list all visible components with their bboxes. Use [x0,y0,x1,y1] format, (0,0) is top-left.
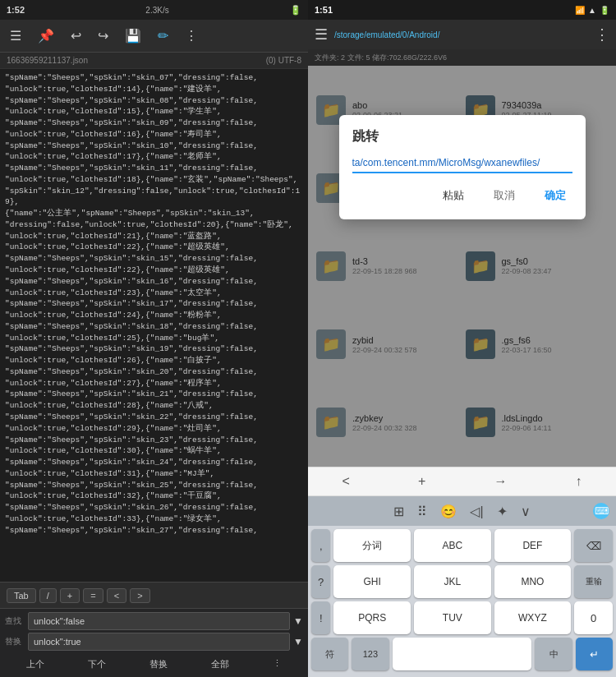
ghi-key[interactable]: GHI [333,565,411,598]
fenchi-key[interactable]: 分词 [333,529,411,562]
replace-row: 替换 ▼ [5,633,303,651]
confirm-button[interactable]: 确定 [538,185,572,206]
jkl-key[interactable]: JKL [414,565,491,598]
kb-rows: , 分词 ABC DEF ⌫ ? GHI JKL MNO 重输 ! PQRS T… [308,526,616,677]
bottom-toolbar: Tab / + = < > [0,582,308,608]
back-nav-button[interactable]: < [333,471,360,492]
kb-row-3: ! PQRS TUV WXYZ 0 [311,601,613,634]
replace-button[interactable]: 替换 [143,656,174,672]
right-panel: 1:51 📶 ▲ 🔋 ☰ /storage/emulated/0/Android… [308,0,616,677]
kb-row-1: , 分词 ABC DEF ⌫ [311,529,613,562]
slash-key[interactable]: / [39,588,57,603]
wifi-icon: ▲ [588,6,596,15]
left-toolbar: ☰ 📌 ↩ ↪ 💾 ✏ ⋮ [0,20,308,53]
menu-icon[interactable]: ☰ [7,26,25,45]
redo-icon[interactable]: ↪ [94,26,112,45]
find-actions: 上个 下个 替换 全部 ⋮ [5,653,303,674]
dialog-actions: 粘贴 取消 确定 [352,185,572,206]
space-key[interactable] [393,638,532,670]
up-nav-button[interactable]: ↑ [565,471,591,492]
network-icon: 📶 [575,6,585,15]
file-meta-bar: 文件夹: 2 文件: 5 储存:702.68G/222.6V6 [308,49,616,66]
replace-dropdown[interactable]: ▼ [293,636,303,647]
dialog-title: 跳转 [352,128,572,145]
right-menu-icon[interactable]: ☰ [315,25,328,44]
replace-label: 替换 [5,636,28,647]
find-dropdown[interactable]: ▼ [293,615,303,627]
symbol-key[interactable]: 符 [311,638,348,670]
enter-key[interactable]: ↵ [576,638,613,670]
kb-dots-icon[interactable]: ⠿ [417,504,427,519]
reenter-key[interactable]: 重输 [574,565,613,598]
greater-key[interactable]: > [130,588,149,603]
add-nav-button[interactable]: + [408,471,435,492]
left-battery-icon: 🔋 [290,5,301,16]
edit-icon[interactable]: ✏ [154,26,172,45]
find-row: 查找 ▼ [5,612,303,630]
code-area[interactable]: "spName":"Sheeps","spSkin":"skin_07","dr… [0,69,308,582]
wxyz-key[interactable]: WXYZ [494,601,572,634]
cancel-button[interactable]: 取消 [487,185,522,206]
kb-row-4: 符 123 中 ↵ [311,638,613,670]
top-bar-right: ☰ /storage/emulated/0/Android/ ⋮ [308,20,616,49]
right-battery-icon: 🔋 [600,6,609,15]
left-status-bar: 1:52 2.3K/s 🔋 [0,0,308,20]
kb-indicator-icon: ⌨ [595,505,609,517]
next-button[interactable]: 下个 [81,656,113,672]
file-grid: 📁 abo 02-09-06 23:21 📁 7934039a 02-05-27… [308,66,616,467]
nav-bar: < + → ↑ [308,467,616,496]
kb-expand-icon[interactable]: ∨ [521,504,531,519]
tab-key[interactable]: Tab [7,588,36,603]
keyboard-top-bar: ⊞ ⠿ 😊 ◁| ✦ ∨ ⌨ [308,496,616,526]
prev-button[interactable]: 上个 [20,656,51,672]
replace-input[interactable] [28,633,290,651]
kb-indicator: ⌨ [593,503,609,519]
zero-key[interactable]: 0 [574,601,613,634]
plus-key[interactable]: + [60,588,80,603]
forward-nav-button[interactable]: → [484,471,517,492]
replace-all-button[interactable]: 全部 [205,656,236,672]
paste-button[interactable]: 粘贴 [436,185,471,206]
keyboard-area: ⊞ ⠿ 😊 ◁| ✦ ∨ ⌨ , 分词 ABC DEF ⌫ [308,496,616,677]
question-key[interactable]: ? [311,565,330,598]
comma-key[interactable]: , [311,529,330,562]
save-icon[interactable]: 💾 [122,26,145,45]
backspace-key[interactable]: ⌫ [574,529,613,562]
path-bar: /storage/emulated/0/Android/ [334,30,588,39]
undo-icon[interactable]: ↩ [67,26,85,45]
less-key[interactable]: < [107,588,126,603]
pin-icon[interactable]: 📌 [34,26,57,45]
more-icon[interactable]: ⋮ [182,26,201,45]
kb-emoji-icon[interactable]: 😊 [440,504,457,519]
dialog-input[interactable] [352,154,572,173]
file-meta-text: 文件夹: 2 文件: 5 储存:702.68G/222.6V6 [315,53,447,63]
kb-settings-icon[interactable]: ✦ [497,504,508,519]
right-status-bar: 1:51 📶 ▲ 🔋 [308,0,616,20]
exclaim-key[interactable]: ! [311,601,330,634]
filename-label: 16636959211137.json [7,56,88,65]
right-time: 1:51 [315,5,333,15]
dialog-overlay: 跳转 粘贴 取消 确定 [308,66,616,467]
find-label: 查找 [5,615,28,627]
kb-cursor-icon[interactable]: ◁| [470,504,483,519]
left-network: 2.3K/s [145,6,168,15]
tuv-key[interactable]: TUV [414,601,491,634]
chinese-key[interactable]: 中 [535,638,572,670]
kb-top-icons: ⊞ ⠿ 😊 ◁| ✦ ∨ [393,504,530,519]
pqrs-key[interactable]: PQRS [333,601,411,634]
find-input[interactable] [28,612,290,630]
dialog-box: 跳转 粘贴 取消 确定 [339,115,586,219]
kb-grid-icon[interactable]: ⊞ [393,504,404,519]
kb-row-2: ? GHI JKL MNO 重输 [311,565,613,598]
left-time: 1:52 [7,5,25,15]
mno-key[interactable]: MNO [494,565,572,598]
right-status-icons: 📶 ▲ 🔋 [575,6,609,15]
file-info-bar: 16636959211137.json (0) UTF-8 [0,53,308,69]
more-actions-button[interactable]: ⋮ [266,656,288,672]
def-key[interactable]: DEF [494,529,572,562]
equals-key[interactable]: = [83,588,103,603]
right-more-icon[interactable]: ⋮ [595,25,609,44]
find-replace-section: 查找 ▼ 替换 ▼ 上个 下个 替换 全部 ⋮ [0,608,308,677]
num-key[interactable]: 123 [352,638,388,670]
abc-key[interactable]: ABC [414,529,491,562]
